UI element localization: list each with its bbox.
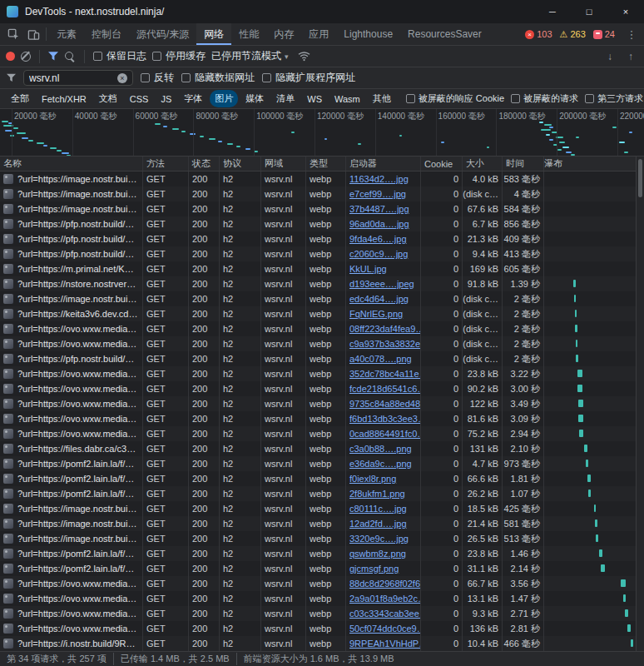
table-row[interactable]: ?url=https://pomf2.lain.la/f/… GET 200 h… [0, 486, 644, 501]
table-row[interactable]: ?url=https://pfp.nostr.build/… GET 200 h… [0, 246, 644, 261]
import-har-icon[interactable]: ↓ [602, 51, 617, 62]
table-row[interactable]: ?url=https://nstore.nostrver… GET 200 h2… [0, 276, 644, 291]
table-row[interactable]: ?url=https://ovo.wxw.media… GET 200 h2 w… [0, 591, 644, 606]
table-row[interactable]: ?url=https://files.dabr.ca/c3… GET 200 h… [0, 441, 644, 456]
export-har-icon[interactable]: ↑ [623, 51, 638, 62]
initiator-link[interactable]: c03c3343cab3ee… [346, 606, 421, 621]
initiator-link[interactable]: KkUL.jpg [346, 261, 421, 276]
table-row[interactable]: ?url=https://pfp.nostr.build/… GET 200 h… [0, 216, 644, 231]
table-row[interactable]: ?url=https://image.nostr.bui… GET 200 h2… [0, 186, 644, 201]
initiator-link[interactable]: 2a9a01f8a9eb2c… [346, 591, 421, 606]
initiator-link[interactable]: f0iexl8r.png [346, 471, 421, 486]
error-count-badge[interactable]: × 103 [525, 29, 552, 39]
preserve-log-checkbox[interactable]: 保留日志 [93, 49, 146, 63]
column-header[interactable]: 状态 [189, 157, 220, 171]
initiator-link[interactable]: e7cef99….jpg [346, 186, 421, 201]
disable-cache-checkbox[interactable]: 停用缓存 [152, 49, 206, 63]
initiator-link[interactable]: c3a0b88….png [346, 441, 421, 456]
initiator-link[interactable]: 9fda4e6….jpg [346, 231, 421, 246]
initiator-link[interactable]: 08ff223daf4fea9… [346, 321, 421, 336]
type-filter-chip[interactable]: Fetch/XHR [37, 92, 92, 107]
maximize-button[interactable]: □ [571, 0, 607, 23]
minimize-button[interactable]: ─ [534, 0, 571, 23]
table-row[interactable]: ?url=https://pfp.nostr.build/… GET 200 h… [0, 351, 644, 366]
initiator-link[interactable]: 11634d2….jpg [346, 171, 421, 186]
initiator-link[interactable]: c2060c9….jpg [346, 246, 421, 261]
initiator-link[interactable]: edc4d64….jpg [346, 291, 421, 306]
column-header[interactable]: 大小 [463, 157, 503, 171]
column-header[interactable]: 名称 [0, 157, 143, 171]
panel-tab[interactable]: 网络 [196, 23, 231, 45]
invert-filter-checkbox[interactable]: 反转 [141, 71, 174, 85]
panel-tab[interactable]: ResourcesSaver [400, 23, 489, 45]
network-overview-timeline[interactable]: 20000 毫秒40000 毫秒60000 毫秒80000 毫秒100000 毫… [0, 109, 644, 157]
warning-count-badge[interactable]: ⚠ 263 [560, 29, 586, 39]
table-row[interactable]: ?url=https://ovo.wxw.media… GET 200 h2 w… [0, 321, 644, 336]
table-row[interactable]: ?url=https://ovo.wxw.media… GET 200 h2 w… [0, 336, 644, 351]
type-filter-chip[interactable]: 其他 [368, 90, 396, 107]
type-filter-chip[interactable]: 全部 [6, 90, 34, 107]
panel-tab[interactable]: 控制台 [84, 23, 129, 45]
table-row[interactable]: ?url=https://ovo.wxw.media… GET 200 h2 w… [0, 411, 644, 426]
search-icon[interactable] [64, 51, 76, 62]
column-header[interactable]: Cookie [421, 157, 463, 171]
table-row[interactable]: ?url=https://image.nostr.bui… GET 200 h2… [0, 171, 644, 186]
column-header[interactable]: 类型 [306, 157, 346, 171]
column-header[interactable]: 网域 [261, 157, 306, 171]
column-header[interactable]: 瀑布 [544, 157, 644, 171]
initiator-link[interactable]: 9735c84a88ed48… [346, 396, 421, 411]
table-row[interactable]: ?url=https://image.nostr.bui… GET 200 h2… [0, 516, 644, 531]
column-header[interactable]: 时间 [503, 157, 544, 171]
table-row[interactable]: ?url=https://pomf2.lain.la/f/… GET 200 h… [0, 546, 644, 561]
table-row[interactable]: ?url=https://ovo.wxw.media… GET 200 h2 w… [0, 381, 644, 396]
table-row[interactable]: ?url=https://image.nostr.bui… GET 200 h2… [0, 501, 644, 516]
table-row[interactable]: ?url=https://keita3v6.dev.cd… GET 200 h2… [0, 306, 644, 321]
network-conditions-icon[interactable] [295, 50, 315, 62]
initiator-link[interactable]: 50cf074ddc0ce9… [346, 621, 421, 636]
table-row[interactable]: ?url=https://ovo.wxw.media… GET 200 h2 w… [0, 396, 644, 411]
scrollbar-thumb[interactable] [638, 159, 642, 197]
type-filter-chip[interactable]: 文档 [94, 90, 122, 107]
table-row[interactable]: ?url=https://ovo.wxw.media… GET 200 h2 w… [0, 366, 644, 381]
table-row[interactable]: ?url=https://ovo.wxw.media… GET 200 h2 w… [0, 576, 644, 591]
blocked-filter-checkbox[interactable]: 被屏蔽的响应 Cookie [406, 92, 504, 105]
initiator-link[interactable]: 9RPEAh1VhHdP… [346, 636, 421, 651]
initiator-link[interactable]: 2f8ukfm1.png [346, 486, 421, 501]
type-filter-chip[interactable]: 清单 [271, 90, 300, 107]
record-network-log-button[interactable] [6, 52, 15, 61]
column-header[interactable]: 方法 [143, 157, 189, 171]
vertical-scrollbar[interactable] [636, 157, 644, 651]
table-row[interactable]: ?url=https://ovo.wxw.media… GET 200 h2 w… [0, 621, 644, 636]
close-button[interactable]: × [607, 0, 644, 23]
table-row[interactable]: ?url=https://pfp.nostr.build/… GET 200 h… [0, 231, 644, 246]
table-row[interactable]: ?url=https://i.nostr.build/9R… GET 200 h… [0, 636, 644, 651]
table-row[interactable]: ?url=https://pomf2.lain.la/f/… GET 200 h… [0, 456, 644, 471]
type-filter-chip[interactable]: JS [156, 92, 176, 107]
initiator-link[interactable]: gjcmsgf.png [346, 561, 421, 576]
type-filter-chip[interactable]: 图片 [210, 90, 238, 107]
initiator-link[interactable]: fcde218d6541c6… [346, 381, 421, 396]
throttling-select[interactable]: 已停用节流模式 ▾ [211, 49, 289, 63]
initiator-link[interactable]: 0cad8864491fc0… [346, 426, 421, 441]
table-row[interactable]: ?url=https://ovo.wxw.media… GET 200 h2 w… [0, 426, 644, 441]
initiator-link[interactable]: 96ad0da….jpg [346, 216, 421, 231]
type-filter-chip[interactable]: Wasm [329, 92, 365, 107]
initiator-link[interactable]: qswbm8z.png [346, 546, 421, 561]
initiator-link[interactable]: c9a937b3a3832e… [346, 336, 421, 351]
table-row[interactable]: ?url=https://image.nostr.bui… GET 200 h2… [0, 291, 644, 306]
inspect-element-icon[interactable] [3, 23, 23, 45]
type-filter-chip[interactable]: CSS [125, 92, 154, 107]
panel-tab[interactable]: 性能 [231, 23, 266, 45]
initiator-link[interactable]: 37b4487….jpg [346, 201, 421, 216]
initiator-link[interactable]: e36da9c….png [346, 456, 421, 471]
column-header[interactable]: 协议 [220, 157, 261, 171]
panel-tab[interactable]: 内存 [266, 23, 301, 45]
clear-filter-icon[interactable]: × [117, 73, 127, 83]
issues-count-badge[interactable]: 24 [593, 29, 615, 39]
type-filter-chip[interactable]: 字体 [179, 90, 207, 107]
table-row[interactable]: ?url=https://pomf2.lain.la/f/… GET 200 h… [0, 471, 644, 486]
type-filter-chip[interactable]: WS [302, 92, 327, 107]
initiator-link[interactable]: FqNrlEG.png [346, 306, 421, 321]
panel-tab[interactable]: Lighthouse [336, 23, 400, 45]
initiator-link[interactable]: c80111c….jpg [346, 501, 421, 516]
